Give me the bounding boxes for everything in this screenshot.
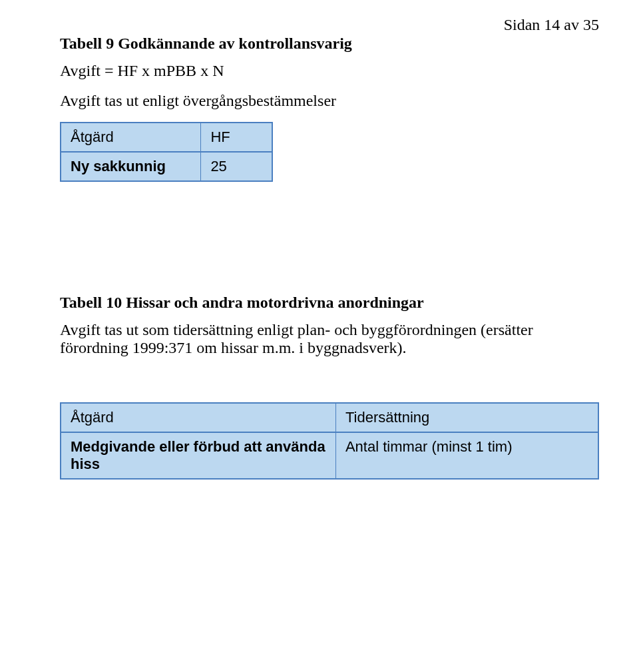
table-cell-label: Ny sakkunnig (61, 152, 201, 181)
spacer (60, 369, 599, 396)
spacer (60, 182, 599, 275)
section10-heading: Tabell 10 Hissar och andra motordrivna a… (60, 294, 599, 312)
table-row: Medgivande eller förbud att använda hiss… (61, 432, 598, 479)
table-header-row: Åtgärd HF (61, 123, 272, 152)
table-row: Ny sakkunnig 25 (61, 152, 272, 181)
section9-formula: Avgift = HF x mPBB x N (60, 62, 599, 80)
table-header-row: Åtgärd Tidersättning (61, 403, 598, 432)
table-header-cell: Tidersättning (335, 403, 598, 432)
section10-note: Avgift tas ut som tidersättning enligt p… (60, 321, 599, 357)
table-10: Åtgärd Tidersättning Medgivande eller fö… (60, 402, 599, 480)
table-cell-value: Antal timmar (minst 1 tim) (335, 432, 598, 479)
section9-heading: Tabell 9 Godkännande av kontrollansvarig (60, 35, 599, 53)
table-cell-label: Medgivande eller förbud att använda hiss (61, 432, 335, 479)
page: Sidan 14 av 35 Tabell 9 Godkännande av k… (0, 0, 639, 672)
table-cell-value: 25 (201, 152, 272, 181)
table-header-cell: Åtgärd (61, 123, 201, 152)
section9-note: Avgift tas ut enligt övergångsbestämmels… (60, 92, 599, 110)
table-header-cell: Åtgärd (61, 403, 335, 432)
page-number: Sidan 14 av 35 (504, 16, 599, 34)
table-header-cell: HF (201, 123, 272, 152)
table-9: Åtgärd HF Ny sakkunnig 25 (60, 122, 273, 182)
